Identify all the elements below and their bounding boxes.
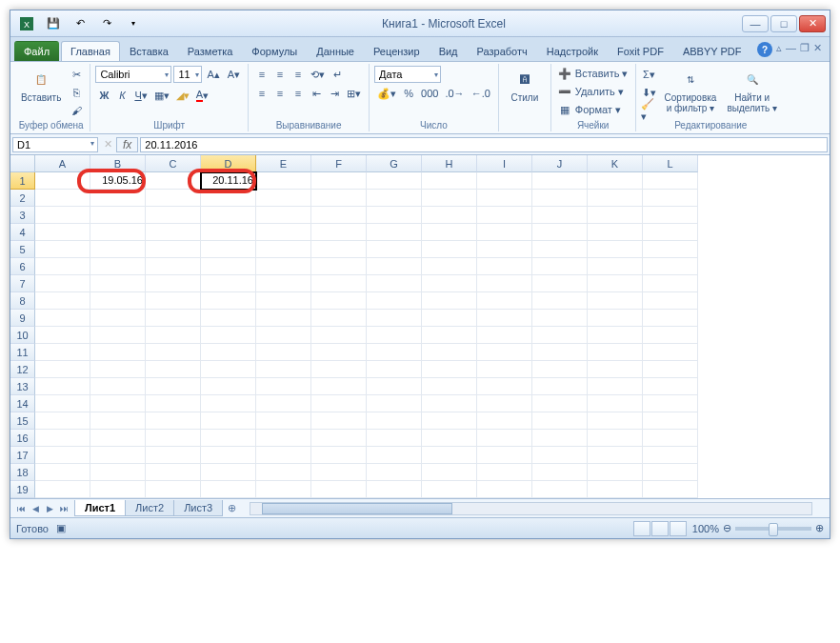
cell[interactable] — [201, 378, 256, 395]
styles-button[interactable]: 🅰 Стили — [504, 66, 546, 105]
row-header[interactable]: 9 — [10, 310, 35, 327]
align-top-icon[interactable]: ≡ — [253, 66, 270, 83]
cell[interactable] — [146, 464, 201, 481]
cell[interactable] — [367, 464, 422, 481]
percent-icon[interactable]: % — [400, 85, 417, 102]
cell[interactable] — [35, 481, 90, 498]
row-header[interactable]: 5 — [10, 241, 35, 258]
tab-addins[interactable]: Надстройк — [537, 41, 608, 61]
sheet-tab[interactable]: Лист3 — [173, 500, 223, 516]
file-tab[interactable]: Файл — [14, 41, 59, 61]
cell[interactable] — [477, 207, 532, 224]
cell[interactable] — [35, 327, 90, 344]
cell[interactable] — [477, 378, 532, 395]
cell[interactable] — [35, 378, 90, 395]
cell[interactable] — [477, 481, 532, 498]
tab-home[interactable]: Главная — [61, 41, 120, 61]
tab-view[interactable]: Вид — [430, 41, 468, 61]
cell[interactable] — [588, 464, 643, 481]
cell[interactable] — [588, 447, 643, 464]
cell[interactable] — [532, 481, 588, 498]
cell[interactable] — [311, 344, 367, 361]
column-header[interactable]: I — [477, 155, 532, 172]
comma-icon[interactable]: 000 — [418, 85, 441, 102]
name-box[interactable]: D1 — [12, 137, 98, 152]
cell[interactable] — [422, 207, 477, 224]
cell[interactable] — [367, 378, 422, 395]
cell[interactable] — [311, 412, 367, 430]
cell[interactable] — [256, 258, 311, 275]
row-header[interactable]: 8 — [10, 292, 35, 310]
autosum-icon[interactable]: Σ▾ — [641, 66, 658, 83]
cell[interactable] — [35, 190, 90, 207]
cell[interactable] — [201, 344, 256, 361]
row-header[interactable]: 3 — [10, 207, 35, 224]
cell[interactable] — [588, 430, 643, 447]
undo-icon[interactable]: ↶ — [71, 15, 89, 32]
column-header[interactable]: H — [422, 155, 477, 172]
cell[interactable] — [311, 327, 367, 344]
macro-record-icon[interactable]: ▣ — [56, 522, 66, 534]
row-header[interactable]: 1 — [10, 172, 35, 190]
cell[interactable] — [35, 395, 90, 412]
cell[interactable] — [256, 190, 311, 207]
normal-view-button[interactable] — [633, 521, 650, 536]
cell[interactable] — [311, 241, 367, 258]
cell[interactable] — [256, 327, 311, 344]
cell[interactable] — [367, 344, 422, 361]
cell[interactable] — [532, 310, 588, 327]
zoom-level[interactable]: 100% — [692, 523, 719, 534]
copy-icon[interactable]: ⎘ — [68, 84, 85, 101]
cell[interactable] — [311, 361, 367, 378]
cell[interactable] — [422, 292, 477, 310]
cell[interactable] — [256, 241, 311, 258]
cell[interactable] — [588, 224, 643, 241]
cell[interactable] — [588, 361, 643, 378]
save-icon[interactable]: 💾 — [45, 15, 62, 32]
cell[interactable] — [422, 172, 477, 190]
row-header[interactable]: 16 — [10, 430, 35, 447]
cell[interactable] — [367, 292, 422, 310]
tab-formulas[interactable]: Формулы — [242, 41, 307, 61]
cell[interactable] — [643, 241, 698, 258]
cell[interactable] — [588, 190, 643, 207]
font-size-combo[interactable]: 11 — [173, 66, 202, 83]
indent-decrease-icon[interactable]: ⇤ — [308, 85, 325, 102]
cell[interactable] — [311, 310, 367, 327]
row-header[interactable]: 14 — [10, 395, 35, 412]
tab-abbyy[interactable]: ABBYY PDF — [673, 41, 751, 61]
cell[interactable]: 19.05.16 — [90, 172, 146, 190]
increase-font-icon[interactable]: A▴ — [204, 66, 222, 83]
cell[interactable] — [146, 361, 201, 378]
cell[interactable] — [201, 481, 256, 498]
cell[interactable] — [146, 412, 201, 430]
cell[interactable] — [90, 395, 146, 412]
indent-increase-icon[interactable]: ⇥ — [326, 85, 343, 102]
cell[interactable] — [311, 464, 367, 481]
cell[interactable] — [35, 344, 90, 361]
cell[interactable] — [477, 310, 532, 327]
cell[interactable] — [588, 172, 643, 190]
cell[interactable]: 20.11.16 — [201, 172, 256, 190]
cell[interactable] — [201, 412, 256, 430]
tab-developer[interactable]: Разработч — [468, 41, 537, 61]
cell[interactable] — [477, 361, 532, 378]
cell[interactable] — [532, 292, 588, 310]
cell[interactable] — [367, 430, 422, 447]
format-cells-button[interactable]: ▦Формат ▾ — [556, 102, 630, 117]
cell[interactable] — [588, 310, 643, 327]
row-header[interactable]: 15 — [10, 412, 35, 430]
cell[interactable] — [311, 430, 367, 447]
cell[interactable] — [35, 241, 90, 258]
sort-filter-button[interactable]: ⇅ Сортировка и фильтр ▾ — [661, 66, 721, 115]
cell[interactable] — [90, 412, 146, 430]
cell[interactable] — [256, 275, 311, 292]
fx-button[interactable]: fx — [116, 137, 138, 152]
cell[interactable] — [201, 327, 256, 344]
cell[interactable] — [311, 395, 367, 412]
cell[interactable] — [35, 310, 90, 327]
page-layout-view-button[interactable] — [651, 521, 669, 536]
cell[interactable] — [146, 327, 201, 344]
cell[interactable] — [422, 275, 477, 292]
bold-button[interactable]: Ж — [95, 87, 112, 104]
